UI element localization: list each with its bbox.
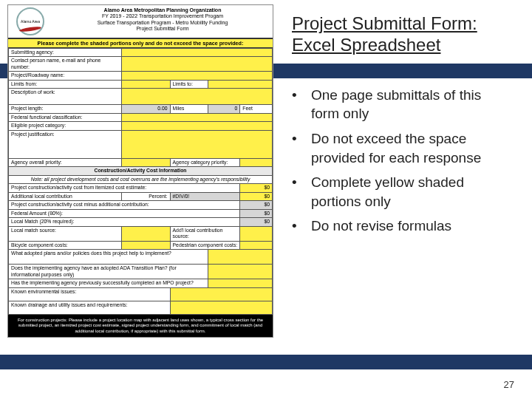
- label-addl-src: Add'l local contribution source:: [170, 226, 240, 241]
- field-addl-src: [240, 226, 273, 241]
- label-match-src: Local match source:: [9, 226, 122, 241]
- val-cost-minus: $0: [240, 201, 273, 209]
- label-q5: Known drainage and utility issues and re…: [9, 301, 171, 314]
- field-q2: [208, 265, 272, 279]
- cost-note: Note: all project development costs and …: [9, 175, 273, 183]
- cost-section-header: Construction/Activity Cost Information: [9, 167, 273, 175]
- val-cost-estimate: $0: [240, 184, 273, 192]
- field-project-roadway: [122, 72, 273, 80]
- label-cost-estimate: Project construction/activity cost from …: [9, 184, 240, 192]
- field-fed-class: [122, 113, 273, 121]
- program-line: Surface Transportation Program - Metro M…: [54, 20, 271, 26]
- label-ped: Pedestrian component costs:: [170, 241, 240, 249]
- field-bike: [122, 241, 171, 249]
- val-local-match: $0: [240, 218, 273, 226]
- field-ped: [240, 241, 273, 249]
- bullet-item: •Do not revise formulas: [292, 216, 511, 236]
- form-instruction: Please complete the shaded portions only…: [8, 38, 273, 48]
- field-q4: [170, 287, 272, 301]
- field-category-priority: [240, 158, 273, 166]
- val-federal: $0: [240, 209, 273, 217]
- label-submitting-agency: Submitting agency:: [9, 49, 122, 57]
- form-table: Submitting agency: Contact person name, …: [8, 48, 273, 315]
- bullet-icon: •: [292, 86, 311, 123]
- project-submittal-form: Alamo Area Alamo Area Metropolitan Plann…: [7, 4, 273, 338]
- field-q3: [208, 279, 272, 287]
- bullet-item: •Complete yellow shaded portions only: [292, 173, 511, 211]
- val-percent: #DIV/0!: [170, 192, 240, 200]
- slide-title: Project Submittal Form: Excel Spreadshee…: [292, 13, 511, 56]
- label-bike: Bicycle component costs:: [9, 241, 122, 249]
- field-overall-priority: [122, 158, 171, 166]
- logo-text: Alamo Area: [21, 20, 40, 24]
- bullet-item: •Do not exceed the space provided for ea…: [292, 129, 511, 167]
- text-column: Project Submittal Form: Excel Spreadshee…: [277, 0, 532, 399]
- label-contact: Contact person name, e-mail and phone nu…: [9, 57, 122, 72]
- field-justification: [122, 130, 273, 158]
- label-category-priority: Agency category priority:: [170, 158, 240, 166]
- bullet-text: Complete yellow shaded portions only: [311, 173, 511, 211]
- val-addl-contrib: $0: [240, 192, 273, 200]
- label-q4: Known environmental issues:: [9, 287, 171, 301]
- label-q3: Has the implementing agency previously s…: [9, 279, 208, 287]
- field-q1: [208, 250, 272, 265]
- field-contact: [122, 57, 273, 72]
- label-cost-minus: Project construction/activity cost minus…: [9, 201, 240, 209]
- field-limits-to: [208, 80, 272, 88]
- bullet-text: One page submittals of this form only: [311, 86, 511, 123]
- bullet-item: •One page submittals of this form only: [292, 86, 511, 123]
- bullet-list: •One page submittals of this form only •…: [292, 86, 511, 236]
- slide: Alamo Area Alamo Area Metropolitan Plann…: [0, 0, 532, 399]
- label-federal: Federal Amount (80%):: [9, 209, 240, 217]
- label-limits-to: Limits to:: [170, 80, 208, 88]
- page-number: 27: [504, 379, 514, 390]
- label-eligible-cat: Eligible project category:: [9, 122, 122, 130]
- logo-icon: Alamo Area: [8, 5, 52, 38]
- form-header-titles: Alamo Area Metropolitan Planning Organiz…: [52, 5, 273, 38]
- label-overall-priority: Agency overall priority:: [9, 158, 122, 166]
- bullet-text: Do not exceed the space provided for eac…: [311, 129, 511, 167]
- bullet-icon: •: [292, 216, 311, 236]
- form-footer: For construction projects: Please includ…: [8, 315, 273, 338]
- label-project-length: Project length:: [9, 105, 122, 113]
- field-submitting-agency: [122, 49, 273, 57]
- form-name: Project Submittal Form: [54, 26, 271, 32]
- label-q2: Does the implementing agency have an ado…: [9, 265, 208, 279]
- form-header: Alamo Area Alamo Area Metropolitan Plann…: [8, 5, 273, 38]
- bullet-text: Do not revise formulas: [311, 216, 451, 236]
- fy-line: FY 2019 - 2022 Transportation Improvemen…: [54, 13, 271, 19]
- form-thumbnail-column: Alamo Area Alamo Area Metropolitan Plann…: [0, 0, 277, 399]
- label-miles: Miles: [170, 105, 208, 113]
- bullet-icon: •: [292, 129, 311, 167]
- label-local-match: Local Match (20% required):: [9, 218, 240, 226]
- val-zero: 0: [208, 105, 240, 113]
- label-description: Description of work:: [9, 89, 122, 105]
- field-eligible-cat: [122, 122, 273, 130]
- label-feet: Feet: [240, 105, 273, 113]
- field-limits-from: [122, 80, 171, 88]
- bullet-icon: •: [292, 173, 311, 211]
- val-length: 0.00: [122, 105, 171, 113]
- label-percent: Percent:: [122, 192, 171, 200]
- label-limits-from: Limits from:: [9, 80, 122, 88]
- label-project-roadway: Project/Roadway name:: [9, 72, 122, 80]
- label-justification: Project justification:: [9, 130, 122, 158]
- label-q1: What adopted plans and/or policies does …: [9, 250, 208, 265]
- field-description: [122, 89, 273, 105]
- field-q5: [170, 301, 272, 314]
- field-match-src: [122, 226, 171, 241]
- org-name: Alamo Area Metropolitan Planning Organiz…: [54, 7, 271, 13]
- label-addl-contrib: Additional local contribution: [9, 192, 122, 200]
- label-fed-class: Federal functional classification:: [9, 113, 122, 121]
